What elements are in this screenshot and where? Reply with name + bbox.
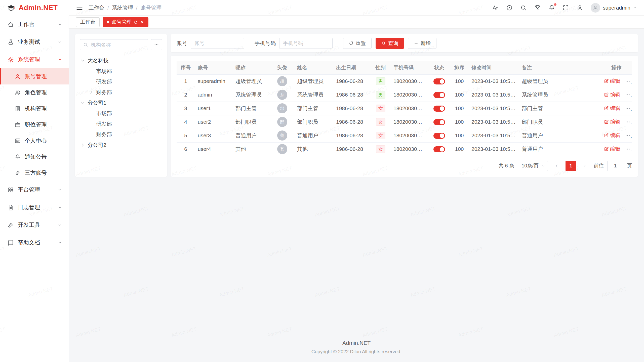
more-actions-button[interactable] (625, 106, 630, 111)
cell-sort: 100 (450, 142, 468, 156)
more-actions-button[interactable] (625, 119, 630, 125)
trophy-icon[interactable] (534, 5, 541, 11)
edit-button[interactable]: 编辑 (604, 91, 620, 98)
home-icon (8, 21, 14, 28)
user-menu[interactable]: superadmin (591, 3, 637, 13)
chevdown-icon[interactable] (80, 100, 86, 106)
column-header-time: 修改时间 (468, 61, 519, 74)
edit-icon (604, 79, 609, 83)
gender-badge: 男 (376, 77, 385, 85)
edit-label: 编辑 (610, 132, 620, 139)
cell-gender: 女 (371, 115, 390, 129)
tab-0[interactable]: 工作台 (76, 17, 100, 27)
sidebar-subitem-2-0[interactable]: 账号管理 (0, 68, 69, 84)
tree-node[interactable]: 研发部 (80, 119, 162, 129)
sidebar-subitem-2-6[interactable]: 三方账号 (0, 165, 69, 181)
cell-gender: 女 (371, 129, 390, 142)
bell-icon (15, 154, 21, 160)
sidebar-subitem-2-4[interactable]: 个人中心 (0, 133, 69, 149)
chevdown-icon[interactable] (80, 58, 86, 63)
edit-button[interactable]: 编辑 (604, 132, 620, 139)
page-number-1[interactable]: 1 (566, 161, 576, 171)
sidebar-item-label: 业务测试 (18, 38, 40, 46)
total-count: 共 6 条 (499, 162, 514, 169)
sidebar-subitem-label: 角色管理 (25, 89, 47, 96)
sidebar-item-0[interactable]: 工作台 (0, 16, 69, 33)
account-input[interactable] (191, 38, 244, 49)
chevdown-icon (58, 40, 62, 44)
edit-button[interactable]: 编辑 (604, 118, 620, 125)
tab-active-dot (107, 21, 109, 23)
chevright-icon[interactable] (89, 89, 94, 95)
tree-node[interactable]: 财务部 (80, 129, 162, 140)
circle-dot-icon[interactable] (506, 5, 513, 11)
cell-remark: 系统管理员 (519, 88, 601, 102)
user-icon[interactable] (577, 5, 583, 11)
cell-nickname: 部门职员 (232, 115, 270, 129)
add-button[interactable]: 新增 (408, 38, 436, 49)
status-toggle[interactable] (433, 106, 445, 112)
search-icon[interactable] (520, 5, 527, 11)
sidebar-item-1[interactable]: 业务测试 (0, 33, 69, 51)
edit-button[interactable]: 编辑 (604, 146, 620, 152)
prev-page-button[interactable] (551, 161, 562, 171)
tree-node[interactable]: 市场部 (80, 66, 162, 76)
status-toggle[interactable] (433, 119, 445, 125)
bell-icon[interactable] (548, 5, 555, 11)
sidebar-item-3[interactable]: 平台管理 (0, 181, 69, 199)
sidebar-subitem-2-2[interactable]: 机构管理 (0, 101, 69, 117)
tree-more-button[interactable] (151, 39, 162, 50)
reset-button[interactable]: 重置 (343, 38, 372, 49)
goto-page-input[interactable] (607, 161, 623, 171)
sidebar-item-4[interactable]: 日志管理 (0, 199, 69, 216)
cell-birth: 1986-06-28 (333, 102, 371, 115)
status-toggle[interactable] (433, 78, 445, 84)
breadcrumb-item[interactable]: 系统管理 (112, 4, 133, 11)
cell-index: 3 (177, 102, 195, 115)
edit-button[interactable]: 编辑 (604, 105, 620, 112)
search-button[interactable]: 查询 (376, 38, 404, 49)
tree-node[interactable]: 市场部 (80, 108, 162, 119)
table-row: 1superadmin超级管理员超超级管理员1986-06-28男1802003… (177, 74, 632, 88)
tree-node[interactable]: 分公司1 (80, 98, 162, 108)
sidebar-subitem-2-5[interactable]: 通知公告 (0, 149, 69, 165)
sidebar-subitem-2-3[interactable]: 职位管理 (0, 117, 69, 133)
phone-input[interactable] (279, 38, 333, 49)
status-toggle[interactable] (433, 133, 445, 139)
close-icon[interactable] (140, 20, 144, 24)
more-actions-button[interactable] (625, 133, 630, 138)
menu-toggle-icon[interactable] (76, 4, 83, 11)
status-toggle[interactable] (433, 92, 445, 98)
sidebar-item-5[interactable]: 开发工具 (0, 216, 69, 234)
brand[interactable]: Admin.NET (0, 0, 69, 16)
fullscreen-icon[interactable] (562, 5, 569, 11)
cell-gender: 女 (371, 102, 390, 115)
brand-logo-icon (7, 3, 16, 12)
header-right: superadmin (492, 3, 637, 13)
org-search-input[interactable] (80, 39, 148, 50)
cell-name: 普通用户 (294, 129, 333, 142)
table-header-row: 序号账号昵称头像姓名出生日期性别手机号码状态排序修改时间备注操作 (177, 61, 632, 74)
font-size-icon[interactable] (492, 5, 499, 11)
tree-node-label: 财务部 (96, 131, 112, 138)
more-actions-button[interactable] (625, 78, 630, 84)
cell-avatar: 普 (270, 129, 294, 142)
next-page-button[interactable] (580, 161, 590, 171)
page-size-select[interactable]: 10条/页 (518, 161, 548, 171)
tree-node[interactable]: 研发部 (80, 76, 162, 87)
tree-node[interactable]: 大名科技 (80, 55, 162, 66)
sidebar-item-6[interactable]: 帮助文档 (0, 234, 69, 251)
breadcrumb-item[interactable]: 工作台 (89, 4, 104, 11)
edit-button[interactable]: 编辑 (604, 78, 620, 84)
tree-node[interactable]: 分公司2 (80, 140, 162, 150)
status-toggle[interactable] (433, 146, 445, 152)
tab-1[interactable]: 账号管理 (103, 17, 148, 27)
tree-node[interactable]: 财务部 (80, 87, 162, 98)
more-actions-button[interactable] (625, 92, 630, 98)
tree-search-row (80, 39, 162, 50)
chevright-icon[interactable] (80, 142, 86, 148)
more-actions-button[interactable] (625, 146, 630, 152)
refresh-icon[interactable] (134, 20, 138, 24)
sidebar-item-2[interactable]: 系统管理 (0, 51, 69, 68)
sidebar-subitem-2-1[interactable]: 角色管理 (0, 84, 69, 101)
